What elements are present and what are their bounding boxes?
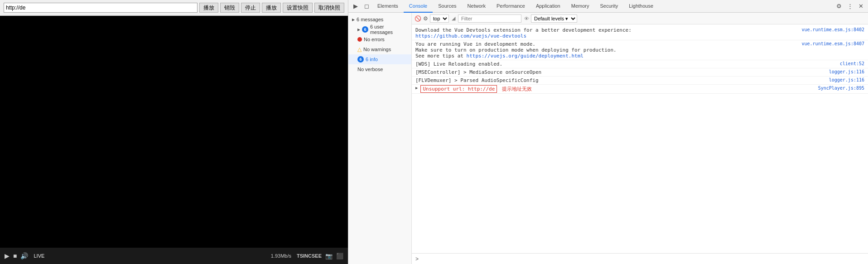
cancel-snapshot-button[interactable]: 取消快照 [314, 3, 344, 13]
log-text-vue-dev: You are running Vue in development mode.… [415, 41, 799, 59]
stop-button[interactable]: 停止 [241, 3, 260, 13]
clear-console-icon[interactable]: 🚫 [415, 15, 421, 22]
console-settings-icon[interactable]: ⚙ [423, 15, 428, 22]
sidebar-user-messages-label: 6 user messages [370, 24, 408, 35]
sidebar-warnings-label: No warnings [363, 47, 391, 52]
expand-arrow-messages: ▶ [352, 18, 355, 22]
set-snapshot-button[interactable]: 设置快照 [283, 3, 313, 13]
sidebar-item-messages[interactable]: ▶ 6 messages [348, 14, 411, 24]
destroy-button[interactable]: 销毁 [220, 3, 239, 13]
video-stop-button[interactable]: ■ [13, 252, 17, 259]
sidebar-item-warnings[interactable]: △ No warnings [348, 44, 411, 54]
brand-label: TSINCSEE [297, 253, 322, 259]
error-dot [357, 37, 362, 42]
tab-lighthouse[interactable]: Lighthouse [623, 0, 659, 13]
log-entry-flv: [FLVDemuxer] > Parsed AudioSpecificConfi… [412, 77, 868, 85]
tab-sources[interactable]: Sources [433, 0, 462, 13]
sidebar-messages-label: 6 messages [357, 17, 383, 22]
error-annotation: 提示地址无效 [502, 86, 532, 92]
expand-arrow-user: ▶ [357, 28, 360, 32]
tab-performance[interactable]: Performance [491, 0, 530, 13]
log-entry-vue-dev: You are running Vue in development mode.… [412, 40, 868, 60]
log-entry-devtools: Download the Vue Devtools extension for … [412, 26, 868, 40]
console-input-row: > [412, 253, 868, 264]
console-sidebar: ▶ 6 messages ▶ 6 6 user messages No erro… [348, 13, 412, 264]
console-main: 🚫 ⚙ top ◢ 👁 Default levels ▾ Download th… [412, 13, 868, 264]
log-entry-mse: [MSEController] > MediaSource onSourceOp… [412, 68, 868, 77]
sidebar-errors-label: No errors [364, 37, 385, 42]
log-source-wds[interactable]: client:52 [840, 61, 864, 66]
sidebar-item-info[interactable]: 6 6 info [348, 54, 411, 64]
live-badge: LIVE [34, 253, 44, 259]
expand-arrow-unsupport[interactable]: ▶ [415, 86, 418, 90]
log-text-devtools: Download the Vue Devtools extension for … [415, 27, 799, 39]
sidebar-item-verbose[interactable]: No verbose [348, 64, 411, 74]
console-toolbar: 🚫 ⚙ top ◢ 👁 Default levels ▾ [412, 13, 868, 24]
devtools-body: ▶ 6 messages ▶ 6 6 user messages No erro… [348, 13, 868, 264]
devtools-header: ▶ ◻ Elements Console Sources Network Per… [348, 0, 868, 13]
tab-memory[interactable]: Memory [566, 0, 595, 13]
video-controls: ▶ ■ 🔊 LIVE 1.93Mb/s TSINCSEE 📷 ⬛ [0, 248, 348, 264]
deployment-link[interactable]: https://vuejs.org/guide/deployment.html [467, 53, 583, 59]
left-panel: 播放 销毁 停止 播放 设置快照 取消快照 ▶ ■ 🔊 LIVE 1.93Mb/… [0, 0, 348, 264]
log-text-mse: [MSEController] > MediaSource onSourceOp… [415, 69, 826, 75]
log-source-flv[interactable]: logger.js:116 [829, 77, 864, 82]
camera-icon[interactable]: 📷 [325, 253, 333, 259]
settings-icon[interactable]: ⚙ [834, 1, 844, 12]
devtools-panel: ▶ ◻ Elements Console Sources Network Per… [348, 0, 868, 264]
warning-icon: △ [357, 46, 362, 53]
tab-application[interactable]: Application [530, 0, 566, 13]
sidebar-info-label: 6 info [366, 57, 378, 62]
play-button-1[interactable]: 播放 [199, 3, 218, 13]
devtools-device-button[interactable]: ◻ [361, 1, 372, 12]
tab-elements[interactable]: Elements [372, 0, 404, 13]
close-icon[interactable]: ✕ [855, 1, 866, 12]
log-entry-wds: [WDS] Live Reloading enabled. client:52 [412, 60, 868, 68]
console-input[interactable] [420, 256, 864, 262]
fullscreen-icon[interactable]: ⬛ [336, 253, 343, 259]
filter-icon: ◢ [452, 15, 455, 21]
video-area [0, 16, 348, 248]
log-text-flv: [FLVDemuxer] > Parsed AudioSpecificConfi… [415, 77, 826, 83]
log-entry-unsupport: ▶ Unsupport url: http://de 提示地址无效 SyncPl… [412, 85, 868, 94]
sidebar-item-errors[interactable]: No errors [348, 34, 411, 44]
devtools-link[interactable]: https://github.com/vuejs/vue-devtools [415, 33, 526, 39]
tab-security[interactable]: Security [594, 0, 623, 13]
console-prompt: > [415, 256, 419, 262]
log-source-devtools[interactable]: vue.runtime.esm.js:8402 [802, 27, 864, 32]
level-select[interactable]: Default levels ▾ [531, 14, 577, 23]
filter-input[interactable] [458, 14, 521, 23]
user-messages-badge: 6 [362, 26, 368, 33]
console-output: Download the Vue Devtools extension for … [412, 24, 868, 253]
context-select[interactable]: top [430, 14, 449, 23]
tab-console[interactable]: Console [404, 0, 433, 13]
eye-icon[interactable]: 👁 [524, 16, 529, 21]
video-mute-button[interactable]: 🔊 [20, 252, 28, 259]
bitrate-display: 1.93Mb/s [271, 253, 291, 259]
log-text-wds: [WDS] Live Reloading enabled. [415, 61, 837, 67]
devtools-inspect-button[interactable]: ▶ [350, 1, 361, 12]
url-bar: 播放 销毁 停止 播放 设置快照 取消快照 [0, 0, 348, 16]
info-badge: 6 [357, 56, 364, 62]
error-box: Unsupport url: http://de [420, 85, 497, 93]
more-options-icon[interactable]: ⋮ [844, 1, 855, 12]
log-source-unsupport[interactable]: SyncPlayer.js:895 [818, 86, 864, 91]
video-play-button[interactable]: ▶ [5, 252, 10, 259]
tab-network[interactable]: Network [462, 0, 491, 13]
url-input[interactable] [4, 3, 198, 13]
play-button-2[interactable]: 播放 [262, 3, 281, 13]
sidebar-item-user-messages[interactable]: ▶ 6 6 user messages [348, 24, 411, 34]
log-source-vue-dev[interactable]: vue.runtime.esm.js:8407 [802, 41, 864, 46]
log-text-unsupport: Unsupport url: http://de 提示地址无效 [420, 86, 815, 92]
log-source-mse[interactable]: logger.js:116 [829, 69, 864, 74]
sidebar-verbose-label: No verbose [357, 67, 383, 72]
